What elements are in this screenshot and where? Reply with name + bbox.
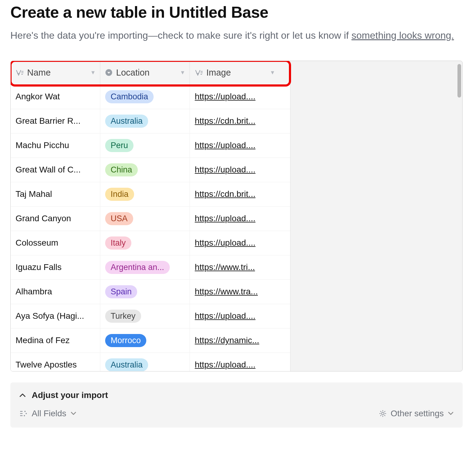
cell-name: Angkor Wat	[11, 85, 100, 109]
cell-location: Australia	[100, 109, 190, 133]
chevron-up-icon	[20, 393, 26, 397]
image-link[interactable]: https://cdn.brit...	[195, 189, 255, 199]
svg-point-11	[26, 413, 27, 414]
image-link[interactable]: https://upload....	[195, 238, 255, 248]
fields-icon	[20, 410, 27, 417]
cell-location: Italy	[100, 231, 190, 255]
cell-name: Grand Canyon	[11, 207, 100, 231]
table-row[interactable]: ColosseumItalyhttps://upload....	[11, 231, 290, 255]
location-pill: Australia	[105, 358, 148, 371]
adjust-import-panel: Adjust your import All Fields	[10, 382, 463, 428]
cell-image-url: https://upload....	[190, 158, 279, 182]
location-pill: Italy	[105, 236, 131, 250]
adjust-import-toggle[interactable]: Adjust your import	[20, 390, 453, 400]
text-field-icon	[16, 69, 23, 76]
table-row[interactable]: Medina of FezMorrocohttps://dynamic...	[11, 329, 290, 353]
cell-name: Great Barrier R...	[11, 109, 100, 133]
image-link[interactable]: https://upload....	[195, 360, 255, 370]
table-row[interactable]: Great Barrier R...Australiahttps://cdn.b…	[11, 109, 290, 133]
image-link[interactable]: https://cdn.brit...	[195, 116, 255, 126]
image-link[interactable]: https://upload....	[195, 165, 255, 175]
cell-location: India	[100, 182, 190, 206]
column-header-image[interactable]: Image ▼	[190, 61, 279, 84]
location-pill: Argentina an...	[105, 261, 170, 274]
location-pill: China	[105, 163, 138, 176]
image-link[interactable]: https://upload....	[195, 311, 255, 321]
image-link[interactable]: https://www.tra...	[195, 287, 258, 297]
cell-location: Spain	[100, 280, 190, 304]
table-row[interactable]: Great Wall of C...Chinahttps://upload...…	[11, 158, 290, 182]
all-fields-label: All Fields	[32, 409, 66, 418]
table-row[interactable]: Taj MahalIndiahttps://cdn.brit...	[11, 182, 290, 207]
svg-point-10	[24, 411, 26, 412]
table-row[interactable]: Machu PicchuPeruhttps://upload....	[11, 133, 290, 158]
cell-location: USA	[100, 207, 190, 231]
table-row[interactable]: Iguazu FallsArgentina an...https://www.t…	[11, 255, 290, 280]
chevron-down-icon	[71, 412, 76, 415]
image-link[interactable]: https://www.tri...	[195, 262, 255, 272]
svg-line-19	[384, 415, 385, 416]
svg-point-12	[24, 415, 25, 416]
cell-name: Twelve Apostles	[11, 353, 100, 371]
cell-image-url: https://cdn.brit...	[190, 109, 279, 133]
text-field-icon	[195, 69, 203, 76]
column-header-name[interactable]: Name ▼	[11, 61, 100, 84]
table-row[interactable]: Twelve ApostlesAustraliahttps://upload..…	[11, 353, 290, 371]
cell-location: Cambodia	[100, 85, 190, 109]
table-row[interactable]: AlhambraSpainhttps://www.tra...	[11, 280, 290, 304]
column-label: Location	[116, 68, 178, 78]
import-preview-table: Name ▼ Location ▼ Image ▼	[10, 61, 463, 371]
table-row[interactable]: Grand CanyonUSAhttps://upload....	[11, 207, 290, 231]
location-pill: India	[105, 188, 134, 201]
svg-line-20	[380, 415, 381, 416]
cell-name: Machu Picchu	[11, 133, 100, 158]
location-pill: Morroco	[105, 334, 146, 347]
cell-name: Iguazu Falls	[11, 255, 100, 279]
cell-image-url: https://cdn.brit...	[190, 182, 279, 206]
svg-line-21	[384, 411, 385, 412]
cell-location: Morroco	[100, 329, 190, 353]
cell-image-url: https://upload....	[190, 231, 279, 255]
single-select-icon	[105, 69, 112, 76]
cell-location: China	[100, 158, 190, 182]
column-label: Image	[206, 68, 268, 78]
chevron-down-icon: ▼	[270, 69, 275, 76]
other-settings-button[interactable]: Other settings	[379, 409, 453, 418]
location-pill: Turkey	[105, 310, 141, 323]
cell-name: Taj Mahal	[11, 182, 100, 206]
cell-image-url: https://upload....	[190, 353, 279, 371]
something-wrong-link[interactable]: something looks wrong.	[351, 30, 454, 41]
image-link[interactable]: https://upload....	[195, 214, 255, 223]
adjust-import-label: Adjust your import	[32, 390, 108, 400]
cell-image-url: https://www.tri...	[190, 255, 279, 279]
location-pill: Peru	[105, 139, 133, 152]
location-pill: Spain	[105, 285, 137, 298]
cell-name: Aya Sofya (Hagi...	[11, 304, 100, 328]
page-title: Create a new table in Untitled Base	[10, 3, 463, 21]
image-link[interactable]: https://upload....	[195, 140, 255, 150]
column-label: Name	[27, 68, 88, 78]
column-header-location[interactable]: Location ▼	[100, 61, 190, 84]
location-pill: Cambodia	[105, 90, 154, 103]
image-link[interactable]: https://upload....	[195, 92, 255, 101]
cell-location: Argentina an...	[100, 255, 190, 279]
other-settings-label: Other settings	[391, 409, 444, 418]
cell-name: Colosseum	[11, 231, 100, 255]
table-row[interactable]: Angkor WatCambodiahttps://upload....	[11, 85, 290, 109]
cell-location: Peru	[100, 133, 190, 158]
cell-name: Alhambra	[11, 280, 100, 304]
cell-location: Turkey	[100, 304, 190, 328]
cell-image-url: https://upload....	[190, 85, 279, 109]
all-fields-button[interactable]: All Fields	[20, 409, 76, 418]
cell-name: Medina of Fez	[11, 329, 100, 353]
chevron-down-icon: ▼	[90, 69, 96, 76]
vertical-scrollbar[interactable]	[457, 64, 461, 98]
image-link[interactable]: https://dynamic...	[195, 336, 259, 345]
table-row[interactable]: Aya Sofya (Hagi...Turkeyhttps://upload..…	[11, 304, 290, 329]
chevron-down-icon: ▼	[180, 69, 185, 76]
subtitle: Here's the data you're importing—check t…	[10, 29, 463, 42]
cell-image-url: https://upload....	[190, 304, 279, 328]
svg-point-13	[382, 412, 384, 415]
cell-location: Australia	[100, 353, 190, 371]
location-pill: Australia	[105, 115, 148, 128]
